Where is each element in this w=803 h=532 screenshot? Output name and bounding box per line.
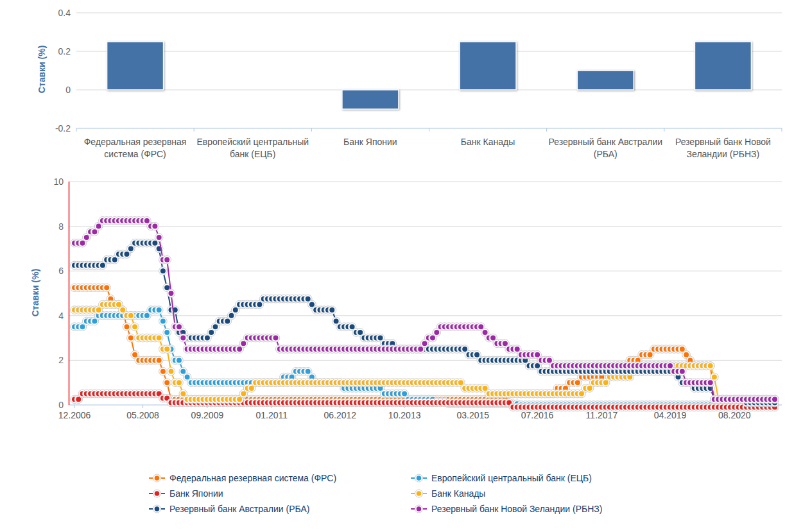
legend-label: Европейский центральный банк (ЕЦБ) [431,473,592,483]
legend-item-frs[interactable]: Федеральная резервная система (ФРС) [149,472,411,484]
bar-category-label: Резервный банк Новой Зеландии (РБНЗ) [662,136,784,160]
bar-chart-svg: 0.40.20-0.2 [0,0,803,135]
legend-item-rbnz[interactable]: Резервный банк Новой Зеландии (РБНЗ) [411,502,602,515]
bar-category-label: Банк Канады [427,136,549,148]
legend-marker-ecb [411,474,427,483]
x-tick-label: 06.2012 [324,410,357,420]
x-tick-label: 12.2006 [58,410,91,420]
bar-0[interactable] [107,42,164,90]
x-tick-label: 07.2016 [521,410,554,420]
y-tick-label: 0.2 [58,46,71,56]
legend-marker-rba [149,504,165,513]
bar-3[interactable] [460,42,516,90]
legend-item-boj[interactable]: Банк Японии [149,487,411,499]
x-tick-label: 04.2019 [654,410,687,420]
y-tick-label: 2 [58,355,64,365]
legend-label: Федеральная резервная система (ФРС) [169,473,336,483]
bar-category-label: Резервный банк Австралии (РБА) [544,136,666,160]
y-tick-label: -0.2 [55,123,71,133]
bar-category-label: Банк Японии [309,136,431,148]
x-tick-label: 05.2008 [126,410,159,420]
y-tick-label: 6 [58,266,64,276]
legend-marker-boj [149,489,165,498]
legend-marker-boc [411,489,427,498]
y-tick-label: 0 [58,400,64,410]
x-tick-label: 01.2011 [255,410,288,420]
y-tick-label: 10 [53,176,64,187]
line-chart-svg: 024681012.200605.200809.200901.201106.20… [0,173,803,436]
legend-item-rba[interactable]: Резервный банк Австралии (РБА) [149,502,411,515]
x-tick-label: 10.2013 [388,410,421,420]
y-tick-label: 0 [65,85,71,95]
series-boj[interactable] [71,390,779,411]
bar-5[interactable] [695,42,751,90]
bar-category-label: Европейский центральный банк (ЕЦБ) [192,136,314,160]
x-tick-label: 09.2009 [191,410,224,420]
x-tick-label: 08.2020 [718,410,751,420]
legend: Федеральная резервная система (ФРС)Европ… [149,472,602,515]
legend-marker-rbnz [411,504,427,513]
legend-label: Банк Канады [431,488,485,499]
legend-label: Резервный банк Новой Зеландии (РБНЗ) [431,504,602,514]
bar-category-label: Федеральная резервная система (ФРС) [74,136,196,160]
y-tick-label: 4 [58,311,64,321]
legend-marker-frs [149,474,165,483]
legend-label: Банк Японии [169,488,223,499]
y-tick-label: 8 [58,221,64,232]
legend-item-boc[interactable]: Банк Канады [411,487,602,499]
legend-label: Резервный банк Австралии (РБА) [169,504,309,514]
y-tick-label: 0.4 [58,8,71,18]
central-bank-rates-dashboard: Ставки (%) 0.40.20-0.2 Федеральная резер… [0,0,803,532]
bar-chart-category-labels: Федеральная резервная система (ФРС)Европ… [0,136,803,175]
bar-4[interactable] [577,71,634,90]
legend-item-ecb[interactable]: Европейский центральный банк (ЕЦБ) [411,472,602,484]
x-tick-label: 11.2017 [586,410,618,420]
x-tick-label: 03.2015 [456,410,489,420]
bar-2[interactable] [342,90,399,109]
